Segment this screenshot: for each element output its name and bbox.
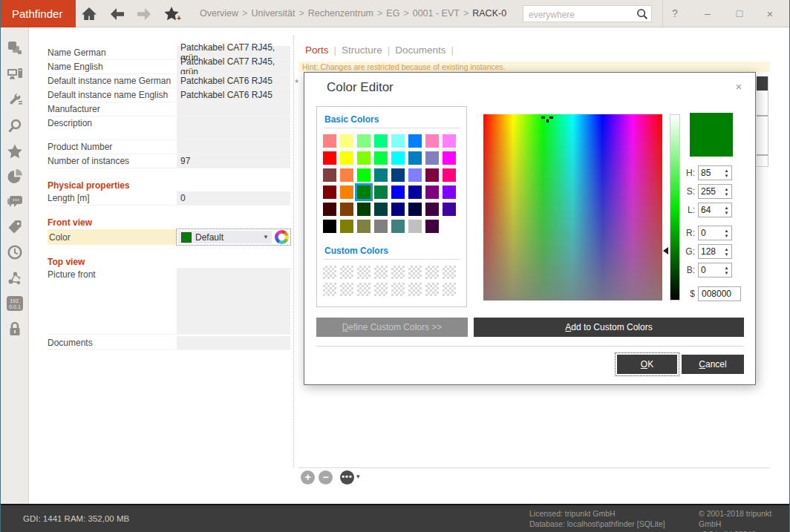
help-button[interactable]: ? bbox=[665, 0, 685, 27]
breadcrumb-item[interactable]: Rechenzentrum bbox=[308, 8, 373, 19]
basic-color-swatch[interactable] bbox=[443, 220, 456, 233]
saturation-input[interactable]: 255▲▼ bbox=[698, 184, 732, 199]
basic-color-swatch[interactable] bbox=[357, 168, 370, 182]
basic-color-swatch[interactable] bbox=[323, 168, 336, 182]
custom-color-slot[interactable] bbox=[391, 266, 405, 279]
network-icon[interactable] bbox=[7, 269, 23, 286]
luminance-slider[interactable] bbox=[670, 114, 680, 301]
basic-color-swatch[interactable] bbox=[425, 151, 439, 165]
basic-color-swatch[interactable] bbox=[408, 151, 422, 165]
custom-color-slot[interactable] bbox=[357, 266, 370, 279]
hue-saturation-field[interactable] bbox=[483, 114, 662, 301]
color-select[interactable]: Default ▼ bbox=[178, 231, 272, 243]
breadcrumb-item[interactable]: 0001 - EVT bbox=[413, 8, 460, 19]
minimize-button[interactable]: – bbox=[694, 0, 721, 27]
basic-color-swatch[interactable] bbox=[374, 168, 388, 182]
breadcrumb-item[interactable]: EG bbox=[386, 8, 399, 19]
custom-color-slot[interactable] bbox=[374, 283, 388, 296]
history-icon[interactable] bbox=[7, 244, 23, 260]
basic-color-swatch[interactable] bbox=[323, 185, 336, 199]
spinner-arrows-icon[interactable]: ▲▼ bbox=[722, 266, 731, 275]
basic-color-swatch[interactable] bbox=[425, 220, 439, 233]
add-port-button[interactable]: + bbox=[301, 470, 315, 485]
basic-color-swatch[interactable] bbox=[374, 203, 388, 216]
basic-color-swatch[interactable] bbox=[391, 134, 405, 148]
search-icon[interactable] bbox=[636, 7, 649, 21]
basic-color-swatch[interactable] bbox=[425, 168, 439, 182]
basic-color-swatch[interactable] bbox=[357, 151, 370, 165]
breadcrumb-item[interactable]: Overview bbox=[200, 8, 238, 19]
custom-color-slot[interactable] bbox=[425, 266, 439, 279]
luminance-marker-icon[interactable] bbox=[663, 247, 668, 254]
add-to-custom-colors-button[interactable]: Add to Custom Colors bbox=[474, 318, 744, 337]
basic-color-swatch[interactable] bbox=[357, 203, 370, 216]
custom-color-slot[interactable] bbox=[323, 266, 336, 279]
basic-color-swatch[interactable] bbox=[391, 151, 405, 165]
remove-port-button[interactable]: − bbox=[319, 470, 333, 485]
basic-color-swatch[interactable] bbox=[425, 203, 439, 216]
basic-color-swatch[interactable] bbox=[391, 220, 405, 233]
basic-color-swatch[interactable] bbox=[443, 134, 456, 148]
basic-color-swatch[interactable] bbox=[323, 151, 336, 165]
green-input[interactable]: 128▲▼ bbox=[698, 244, 732, 259]
shapes-icon[interactable] bbox=[7, 40, 23, 56]
more-actions-button[interactable]: ••• bbox=[340, 470, 354, 485]
name-english-field[interactable]: Patchkabel CAT7 RJ45, grün bbox=[177, 60, 290, 73]
basic-color-swatch[interactable] bbox=[340, 203, 353, 216]
breadcrumb-item-current[interactable]: RACK-0 bbox=[472, 8, 506, 19]
hue-input[interactable]: 85▲▼ bbox=[698, 165, 732, 180]
tools-icon[interactable] bbox=[7, 92, 23, 108]
forward-icon[interactable] bbox=[135, 5, 153, 23]
custom-color-slot[interactable] bbox=[357, 283, 370, 296]
picture-front-field[interactable] bbox=[177, 268, 290, 334]
maximize-button[interactable]: □ bbox=[726, 0, 753, 27]
search-input[interactable] bbox=[527, 7, 634, 22]
default-instance-german-field[interactable]: Patchkabel CAT6 RJ45 bbox=[177, 74, 290, 88]
breadcrumb-item[interactable]: Universität bbox=[251, 8, 295, 19]
basic-color-swatch[interactable] bbox=[357, 220, 370, 233]
basic-color-swatch[interactable] bbox=[443, 151, 456, 165]
basic-color-swatch[interactable] bbox=[374, 134, 388, 148]
basic-color-swatch[interactable] bbox=[408, 203, 422, 216]
hex-input[interactable]: 008000 bbox=[698, 286, 741, 301]
panel-splitter[interactable] bbox=[293, 36, 294, 467]
basic-color-swatch[interactable] bbox=[425, 185, 439, 199]
basic-color-swatch[interactable] bbox=[374, 185, 388, 199]
basic-color-swatch[interactable] bbox=[425, 134, 439, 148]
basic-color-swatch[interactable] bbox=[408, 134, 422, 148]
length-field[interactable]: 0 bbox=[177, 191, 290, 205]
custom-color-slot[interactable] bbox=[425, 283, 439, 296]
close-window-button[interactable]: × bbox=[758, 0, 782, 27]
basic-color-swatch[interactable] bbox=[323, 134, 336, 148]
description-field[interactable] bbox=[177, 116, 290, 139]
chevron-down-icon[interactable]: ▼ bbox=[263, 234, 269, 240]
basic-color-swatch[interactable] bbox=[374, 151, 388, 165]
red-input[interactable]: 0▲▼ bbox=[698, 226, 732, 240]
custom-color-slot[interactable] bbox=[443, 266, 456, 279]
comments-icon[interactable] bbox=[7, 194, 23, 210]
custom-color-slot[interactable] bbox=[340, 266, 353, 279]
custom-color-slot[interactable] bbox=[443, 283, 456, 296]
basic-color-swatch[interactable] bbox=[357, 185, 370, 199]
basic-color-swatch[interactable] bbox=[443, 168, 456, 182]
cancel-button[interactable]: Cancel bbox=[682, 355, 744, 374]
blue-input[interactable]: 0▲▼ bbox=[698, 263, 732, 278]
security-icon[interactable] bbox=[7, 321, 23, 337]
tags-icon[interactable] bbox=[7, 219, 23, 235]
spinner-arrows-icon[interactable]: ▲▼ bbox=[722, 206, 731, 215]
back-icon[interactable] bbox=[108, 5, 126, 23]
basic-color-swatch[interactable] bbox=[408, 168, 422, 182]
basic-color-swatch[interactable] bbox=[323, 203, 336, 216]
home-icon[interactable] bbox=[80, 5, 98, 23]
dialog-close-icon[interactable]: × bbox=[732, 80, 745, 93]
custom-color-slot[interactable] bbox=[340, 283, 353, 296]
manufacturer-field[interactable] bbox=[177, 102, 290, 116]
product-number-field[interactable] bbox=[177, 140, 290, 154]
pie-chart-icon[interactable] bbox=[7, 168, 23, 185]
gradient-cursor[interactable] bbox=[541, 113, 553, 122]
search-nav-icon[interactable] bbox=[7, 118, 23, 134]
spinner-arrows-icon[interactable]: ▲▼ bbox=[722, 187, 731, 197]
basic-color-swatch[interactable] bbox=[323, 220, 336, 233]
basic-color-swatch[interactable] bbox=[340, 168, 353, 182]
custom-color-slot[interactable] bbox=[323, 283, 336, 296]
